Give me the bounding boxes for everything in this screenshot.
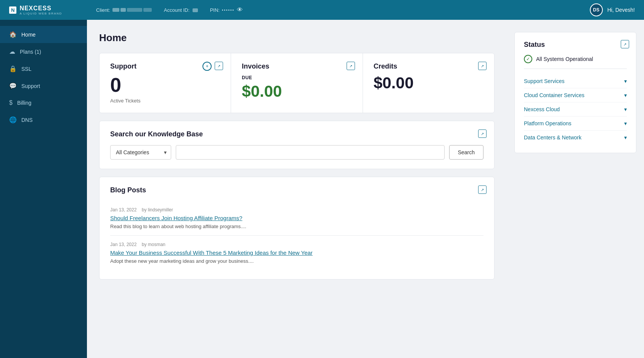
credits-card: Credits ↗ $0.00 [363, 53, 494, 113]
logo-box: N [9, 6, 16, 14]
service-nexcess-cloud-name: Nexcess Cloud [524, 106, 560, 112]
service-support-chevron: ▾ [624, 78, 627, 84]
invoices-ext-link[interactable]: ↗ [347, 62, 355, 70]
cards-row: Support + ↗ 0 Active Tickets Invoices ↗ … [99, 53, 495, 113]
blog-post-0-meta: Jan 13, 2022 by lindseymiller [110, 207, 483, 213]
status-title: Status [524, 41, 627, 49]
eye-icon[interactable]: 👁 [237, 6, 243, 13]
knowledge-base-title: Search our Knowledge Base [110, 130, 483, 138]
logo-area: N NEXCESS A LIQUID WEB BRAND [9, 5, 96, 15]
status-ext-link[interactable]: ↗ [621, 40, 629, 48]
due-label: DUE [242, 75, 352, 80]
header-right: DS Hi, Devesh! [590, 3, 635, 16]
invoices-amount: $0.00 [242, 83, 352, 99]
sidebar-item-plans[interactable]: ☁ Plans (1) [0, 43, 87, 60]
service-data-centers[interactable]: Data Centers & Network ▾ [524, 131, 627, 144]
pin-dots: •••••• [222, 8, 234, 12]
all-operational: ✓ All Systems Operational [524, 55, 627, 69]
sidebar-item-support[interactable]: 💬 Support [0, 77, 87, 94]
service-data-centers-name: Data Centers & Network [524, 134, 581, 141]
blog-post-0-excerpt: Read this blog to learn about web hostin… [110, 224, 483, 229]
pin-label: PIN: [210, 7, 220, 13]
billing-icon: $ [9, 99, 13, 106]
sidebar-item-home[interactable]: 🏠 Home [0, 26, 87, 43]
invoices-card-icons: ↗ [347, 62, 355, 70]
support-ext-link[interactable]: ↗ [215, 62, 223, 70]
blog-post-1-meta: Jan 13, 2022 by mosman [110, 242, 483, 247]
blog-ext-link[interactable]: ↗ [478, 185, 487, 194]
kb-search-button[interactable]: Search [449, 145, 483, 160]
sidebar-item-dns[interactable]: 🌐 DNS [0, 111, 87, 128]
blog-post-1-date: Jan 13, 2022 [110, 242, 137, 247]
client-section: Client: [96, 7, 152, 13]
account-label: Account ID: [164, 7, 190, 13]
sidebar-item-ssl[interactable]: 🔒 SSL [0, 60, 87, 77]
support-card-sub: Active Tickets [110, 98, 220, 104]
service-platform-ops-chevron: ▾ [624, 120, 627, 126]
sidebar-item-label: DNS [21, 117, 33, 123]
blog-posts-section: Blog Posts ↗ Jan 13, 2022 by lindseymill… [99, 177, 495, 280]
cloud-icon: ☁ [9, 48, 15, 55]
credits-ext-link[interactable]: ↗ [478, 62, 487, 70]
service-nexcess-cloud-chevron: ▾ [624, 106, 627, 112]
avatar[interactable]: DS [590, 3, 603, 16]
client-label: Client: [96, 7, 110, 13]
credits-amount: $0.00 [374, 75, 483, 91]
service-platform-ops-name: Platform Operations [524, 120, 572, 126]
service-cloud-container-chevron: ▾ [624, 92, 627, 98]
kb-category-wrapper: All Categories Hosting SSL DNS Billing S… [110, 145, 171, 160]
credits-card-title: Credits [374, 62, 483, 70]
sidebar-item-billing[interactable]: $ Billing [0, 94, 87, 111]
logo-sub: A LIQUID WEB BRAND [19, 12, 62, 15]
service-cloud-container-name: Cloud Container Services [524, 92, 585, 98]
sidebar-item-label: Plans (1) [20, 49, 41, 55]
account-section: Account ID: [164, 7, 198, 13]
home-icon: 🏠 [9, 31, 17, 38]
kb-search-row: All Categories Hosting SSL DNS Billing S… [110, 145, 483, 160]
sidebar-item-label: Home [21, 32, 35, 38]
blog-post-1-excerpt: Adopt these new year marketing ideas and… [110, 258, 483, 264]
support-card-icons: + ↗ [202, 62, 223, 71]
invoices-card-title: Invoices [242, 62, 352, 70]
all-operational-text: All Systems Operational [536, 56, 593, 62]
service-data-centers-chevron: ▾ [624, 134, 627, 141]
kb-search-input[interactable] [176, 145, 445, 160]
lock-icon: 🔒 [9, 65, 17, 72]
blog-post-0: Jan 13, 2022 by lindseymiller Should Fre… [110, 201, 483, 236]
invoices-card: Invoices ↗ DUE $0.00 [231, 53, 363, 113]
status-card: Status ↗ ✓ All Systems Operational Suppo… [514, 32, 636, 153]
service-platform-ops[interactable]: Platform Operations ▾ [524, 117, 627, 131]
credits-card-icons: ↗ [478, 62, 487, 70]
sidebar-item-label: Billing [17, 100, 31, 106]
globe-icon: 🌐 [9, 116, 17, 123]
client-blocks [112, 8, 152, 12]
check-circle-icon: ✓ [524, 55, 532, 63]
knowledge-base-section: Search our Knowledge Base ↗ All Categori… [99, 121, 495, 169]
page-title: Home [99, 32, 495, 44]
blog-posts-title: Blog Posts [110, 186, 483, 194]
user-greeting: Hi, Devesh! [607, 7, 635, 13]
blog-post-0-date: Jan 13, 2022 [110, 207, 137, 213]
support-add-button[interactable]: + [202, 62, 212, 71]
service-support-name: Support Services [524, 78, 565, 84]
main-content: Home Support + ↗ 0 Active Tickets Invoic… [87, 20, 507, 358]
support-card: Support + ↗ 0 Active Tickets [100, 53, 231, 113]
sidebar-item-label: Support [21, 83, 40, 89]
pin-section: PIN: •••••• 👁 [210, 6, 243, 13]
logo-text: NEXCESS A LIQUID WEB BRAND [19, 5, 62, 15]
service-support[interactable]: Support Services ▾ [524, 74, 627, 88]
support-icon: 💬 [9, 82, 17, 90]
kb-category-select[interactable]: All Categories Hosting SSL DNS Billing S… [110, 145, 171, 160]
header-info: Client: Account ID: PIN: •••••• 👁 [96, 6, 590, 13]
support-ticket-count: 0 [110, 75, 220, 95]
blog-post-0-author: by lindseymiller [142, 207, 173, 213]
right-panel: Status ↗ ✓ All Systems Operational Suppo… [507, 20, 644, 358]
blog-post-1-title[interactable]: Make Your Business Successful With These… [110, 249, 483, 256]
service-cloud-container[interactable]: Cloud Container Services ▾ [524, 88, 627, 102]
sidebar-item-label: SSL [21, 66, 31, 72]
blog-post-0-title[interactable]: Should Freelancers Join Hosting Affiliat… [110, 215, 483, 221]
kb-ext-link[interactable]: ↗ [478, 129, 487, 138]
service-nexcess-cloud[interactable]: Nexcess Cloud ▾ [524, 102, 627, 117]
blog-post-1-author: by mosman [142, 242, 165, 247]
sidebar: 🏠 Home ☁ Plans (1) 🔒 SSL 💬 Support $ Bil… [0, 20, 87, 358]
